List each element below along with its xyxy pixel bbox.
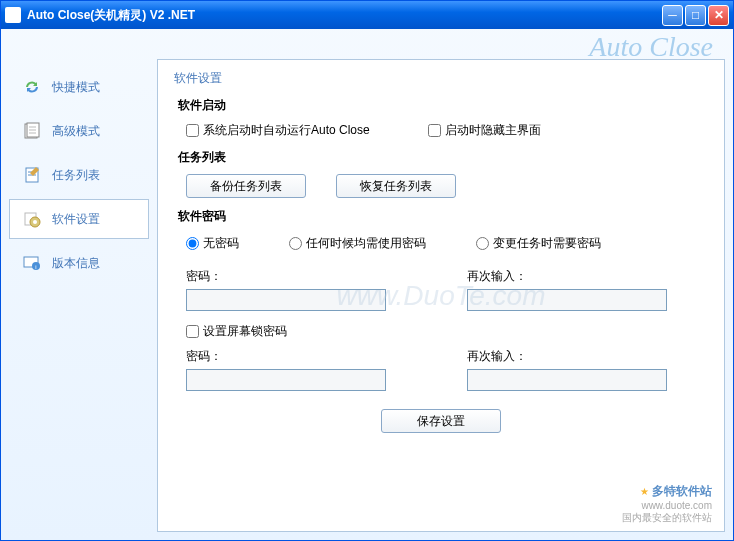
- sidebar-item-version[interactable]: i 版本信息: [9, 243, 149, 283]
- autorun-checkbox[interactable]: [186, 124, 199, 137]
- sidebar-item-label: 快捷模式: [52, 79, 100, 96]
- autorun-label: 系统启动时自动运行Auto Close: [203, 122, 370, 139]
- titlebar: Auto Close(关机精灵) V2 .NET ─ □ ✕: [1, 1, 733, 29]
- screenlock-checkbox-wrap[interactable]: 设置屏幕锁密码: [186, 323, 287, 340]
- maximize-button[interactable]: □: [685, 5, 706, 26]
- save-button[interactable]: 保存设置: [381, 409, 501, 433]
- footer-line2: www.duote.com: [641, 500, 712, 511]
- minimize-button[interactable]: ─: [662, 5, 683, 26]
- sidebar-item-advanced[interactable]: 高级模式: [9, 111, 149, 151]
- section-startup-heading: 软件启动: [178, 97, 708, 114]
- footer-line1: 多特软件站: [652, 484, 712, 498]
- close-button[interactable]: ✕: [708, 5, 729, 26]
- sidebar-item-label: 版本信息: [52, 255, 100, 272]
- window-controls: ─ □ ✕: [662, 5, 729, 26]
- footer-line3: 国内最安全的软件站: [622, 512, 712, 523]
- radio-none[interactable]: [186, 237, 199, 250]
- lock-password-confirm-label: 再次输入：: [467, 348, 708, 365]
- hide-checkbox[interactable]: [428, 124, 441, 137]
- screenlock-checkbox[interactable]: [186, 325, 199, 338]
- lock-password-label: 密码：: [186, 348, 427, 365]
- hide-label: 启动时隐藏主界面: [445, 122, 541, 139]
- gear-icon: [20, 207, 44, 231]
- sidebar-item-tasklist[interactable]: 任务列表: [9, 155, 149, 195]
- section-password-heading: 软件密码: [178, 208, 708, 225]
- autorun-checkbox-wrap[interactable]: 系统启动时自动运行Auto Close: [186, 122, 416, 139]
- notebook-icon: [20, 163, 44, 187]
- app-window: Auto Close(关机精灵) V2 .NET ─ □ ✕ Auto Clos…: [0, 0, 734, 541]
- restore-button[interactable]: 恢复任务列表: [336, 174, 456, 198]
- radio-always[interactable]: [289, 237, 302, 250]
- password-confirm-label: 再次输入：: [467, 268, 708, 285]
- sidebar-item-label: 高级模式: [52, 123, 100, 140]
- radio-change[interactable]: [476, 237, 489, 250]
- svg-point-10: [33, 220, 37, 224]
- panel-title: 软件设置: [174, 70, 708, 87]
- password-label: 密码：: [186, 268, 427, 285]
- sidebar: 快捷模式 高级模式 任务列表 软件设置 i 版本信息: [9, 59, 149, 532]
- hide-checkbox-wrap[interactable]: 启动时隐藏主界面: [428, 122, 541, 139]
- window-title: Auto Close(关机精灵) V2 .NET: [27, 7, 662, 24]
- password-confirm-input[interactable]: [467, 289, 667, 311]
- star-icon: ★: [640, 486, 652, 497]
- password-input[interactable]: [186, 289, 386, 311]
- screenlock-label: 设置屏幕锁密码: [203, 323, 287, 340]
- sidebar-item-quick[interactable]: 快捷模式: [9, 67, 149, 107]
- app-icon: [5, 7, 21, 23]
- document-icon: [20, 119, 44, 143]
- backup-button[interactable]: 备份任务列表: [186, 174, 306, 198]
- lock-password-confirm-input[interactable]: [467, 369, 667, 391]
- radio-change-wrap[interactable]: 变更任务时需要密码: [476, 235, 601, 252]
- info-icon: i: [20, 251, 44, 275]
- refresh-icon: [20, 75, 44, 99]
- radio-none-wrap[interactable]: 无密码: [186, 235, 239, 252]
- radio-change-label: 变更任务时需要密码: [493, 235, 601, 252]
- sidebar-item-settings[interactable]: 软件设置: [9, 199, 149, 239]
- sidebar-item-label: 软件设置: [52, 211, 100, 228]
- content-panel: www.DuoTe.com 软件设置 软件启动 系统启动时自动运行Auto Cl…: [157, 59, 725, 532]
- radio-none-label: 无密码: [203, 235, 239, 252]
- radio-always-label: 任何时候均需使用密码: [306, 235, 426, 252]
- svg-text:i: i: [35, 264, 36, 270]
- lock-password-input[interactable]: [186, 369, 386, 391]
- body-area: 快捷模式 高级模式 任务列表 软件设置 i 版本信息 www.DuoTe.com…: [1, 29, 733, 540]
- radio-always-wrap[interactable]: 任何时候均需使用密码: [289, 235, 426, 252]
- sidebar-item-label: 任务列表: [52, 167, 100, 184]
- footer-brand: ★ 多特软件站 www.duote.com 国内最安全的软件站: [622, 483, 712, 525]
- section-tasklist-heading: 任务列表: [178, 149, 708, 166]
